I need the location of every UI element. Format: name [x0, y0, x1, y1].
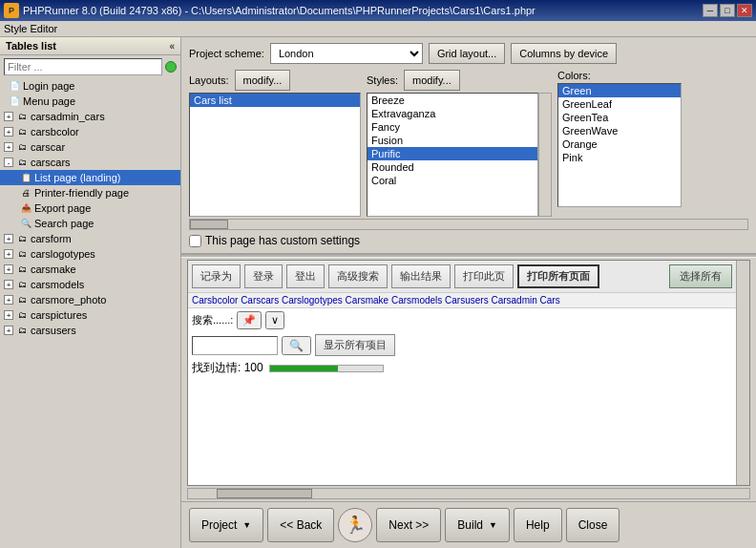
search-field[interactable] [192, 336, 278, 355]
style-rounded[interactable]: Rounded [368, 160, 537, 174]
expand-icon[interactable]: + [4, 310, 13, 320]
style-coral[interactable]: Coral [368, 174, 537, 187]
tree-item-printer-page[interactable]: 🖨 Printer-friendly page [0, 185, 180, 200]
expand-icon[interactable]: + [4, 142, 13, 152]
preview-btn-login[interactable]: 记录为 [192, 264, 241, 288]
tree-item-menu-page[interactable]: 📄 Menu page [0, 94, 180, 109]
expand-icon[interactable]: + [4, 264, 13, 274]
show-all-button[interactable]: 显示所有项目 [315, 334, 395, 356]
style-fancy[interactable]: Fancy [368, 120, 537, 134]
color-pink[interactable]: Pink [558, 151, 681, 164]
nav-items: Carsbcolor Carscars Carslogotypes Carsma… [192, 295, 560, 306]
color-greenleaf[interactable]: GreenLeaf [558, 97, 681, 111]
style-purific[interactable]: Purific [368, 147, 537, 160]
tree-item-search-page[interactable]: 🔍 Search page [0, 216, 180, 231]
close-button[interactable]: Close [566, 508, 620, 542]
preview-btn-print[interactable]: 打印此页 [454, 264, 514, 288]
horizontal-scrollbar[interactable] [189, 219, 748, 230]
tree-item-login-page[interactable]: 📄 Login page [0, 78, 180, 94]
project-dropdown-arrow: ▼ [242, 520, 251, 530]
bottom-toolbar: Project ▼ << Back 🏃 Next >> Build ▼ Help… [181, 501, 756, 548]
tree-item-carsform[interactable]: + 🗂 carsform [0, 231, 180, 246]
progress-bar [270, 366, 338, 371]
expand-icon[interactable]: + [4, 127, 13, 137]
filter-input[interactable] [4, 58, 162, 75]
tables-list-title: Tables list « [0, 37, 180, 55]
table-icon: 🗂 [15, 293, 29, 306]
styles-modify-button[interactable]: modify... [404, 70, 460, 91]
build-button[interactable]: Build ▼ [445, 508, 510, 542]
dropdown-button[interactable]: ∨ [265, 311, 284, 329]
styles-scrollbar[interactable] [538, 93, 552, 217]
select-all-button[interactable]: 选择所有 [669, 264, 732, 288]
expand-icon[interactable]: + [4, 295, 13, 305]
expand-icon[interactable]: + [4, 234, 13, 243]
pin-button[interactable]: 📌 [237, 311, 262, 329]
style-fusion[interactable]: Fusion [368, 134, 537, 147]
close-window-button[interactable]: ✕ [737, 4, 752, 17]
layouts-modify-button[interactable]: modify... [235, 70, 291, 91]
minimize-button[interactable]: ─ [703, 4, 718, 17]
tree-item-export-page[interactable]: 📤 Export page [0, 200, 180, 216]
found-row: 找到边情: 100 [188, 358, 736, 378]
back-button[interactable]: << Back [267, 508, 334, 542]
project-scheme-select[interactable]: London [270, 43, 423, 64]
preview-btn-export[interactable]: 输出结果 [391, 264, 451, 288]
title-bar: P PHPRunner 8.0 (Build 24793 x86) - C:\U… [0, 0, 756, 21]
preview-btn-signin[interactable]: 登录 [244, 264, 283, 288]
tree-item-carslogotypes[interactable]: + 🗂 carslogotypes [0, 246, 180, 262]
search-button[interactable]: 🔍 [282, 336, 311, 355]
preview-v-scrollbar[interactable] [736, 261, 749, 485]
horizontal-separator [181, 254, 756, 258]
tree-item-carscar[interactable]: + 🗂 carscar [0, 139, 180, 155]
color-greentea[interactable]: GreenTea [558, 111, 681, 124]
maximize-button[interactable]: □ [720, 4, 735, 17]
tree-item-carsmodels[interactable]: + 🗂 carsmodels [0, 277, 180, 292]
title-bar-buttons[interactable]: ─ □ ✕ [703, 4, 752, 17]
color-orange[interactable]: Orange [558, 137, 681, 151]
style-extravaganza[interactable]: Extravaganza [368, 107, 537, 120]
tree-item-carsmake[interactable]: + 🗂 carsmake [0, 262, 180, 277]
search-label: 搜索......: [192, 313, 233, 327]
right-panel: Project scheme: London Grid layout... Co… [181, 37, 756, 548]
expand-icon[interactable]: + [4, 280, 13, 289]
custom-settings-label: This page has custom settings [205, 234, 360, 247]
tree-item-carscars[interactable]: - 🗂 carscars [0, 155, 180, 170]
runner-icon[interactable]: 🏃 [338, 508, 372, 542]
layout-item-cars-list[interactable]: Cars list [190, 94, 360, 107]
collapse-panel-button[interactable]: « [169, 41, 175, 52]
color-green[interactable]: Green [558, 84, 681, 97]
style-breeze[interactable]: Breeze [368, 94, 537, 107]
expand-icon[interactable]: + [4, 249, 13, 259]
table-icon: 🗂 [15, 263, 29, 276]
color-greenwave[interactable]: GreenWave [558, 124, 681, 137]
colors-listbox[interactable]: Green GreenLeaf GreenTea GreenWave Orang… [557, 83, 682, 207]
preview-btn-signout[interactable]: 登出 [286, 264, 325, 288]
layouts-listbox[interactable]: Cars list [189, 93, 361, 217]
project-button[interactable]: Project ▼ [189, 508, 263, 542]
table-icon: 🗂 [15, 308, 29, 322]
tree-item-carspictures[interactable]: + 🗂 carspictures [0, 307, 180, 323]
tree-item-list-page[interactable]: 📋 List page (landing) [0, 170, 180, 185]
tree-item-carsmore-photo[interactable]: + 🗂 carsmore_photo [0, 292, 180, 307]
expand-icon[interactable]: - [4, 158, 13, 167]
expand-icon[interactable]: + [4, 112, 13, 121]
bottom-h-scrollbar[interactable] [187, 488, 750, 499]
preview-btn-printall[interactable]: 打印所有页面 [517, 264, 599, 288]
table-icon: 🗂 [15, 278, 29, 291]
styles-listbox[interactable]: Breeze Extravaganza Fancy Fusion Purific… [367, 93, 538, 217]
preview-btn-advsearch[interactable]: 高级搜索 [328, 264, 388, 288]
tree-item-carsusers[interactable]: + 🗂 carsusers [0, 323, 180, 338]
columns-by-device-button[interactable]: Columns by device [511, 43, 617, 64]
project-scheme-label: Project scheme: [189, 48, 264, 59]
next-button[interactable]: Next >> [376, 508, 441, 542]
expand-icon[interactable]: + [4, 326, 13, 335]
list-page-icon: 📋 [19, 171, 32, 184]
tree-item-carsadmin-cars[interactable]: + 🗂 carsadmin_cars [0, 109, 180, 124]
grid-layout-button[interactable]: Grid layout... [429, 43, 505, 64]
layouts-label: Layouts: [189, 74, 229, 86]
tree-item-carsbcolor[interactable]: + 🗂 carsbcolor [0, 124, 180, 139]
custom-settings-checkbox[interactable] [189, 235, 201, 247]
help-button[interactable]: Help [514, 508, 562, 542]
table-icon: 🗂 [15, 140, 29, 154]
